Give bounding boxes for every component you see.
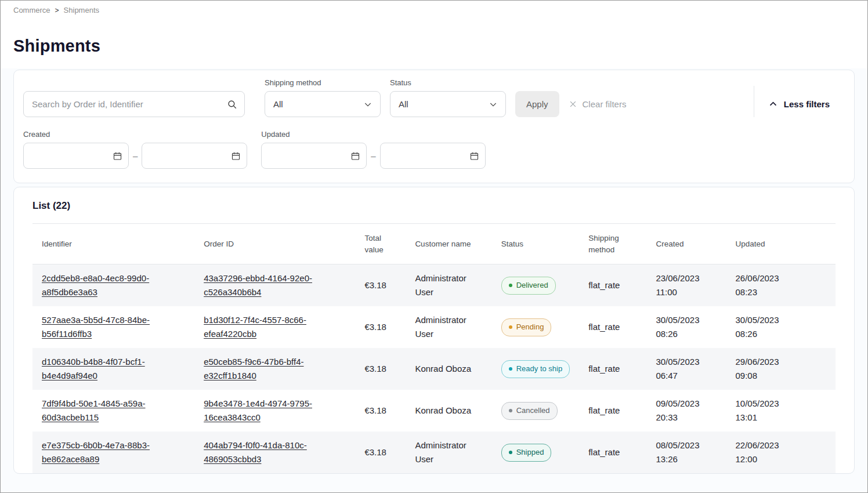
status-badge: Cancelled	[501, 402, 558, 420]
table-row: e7e375cb-6b0b-4e7a-88b3-be862ace8a89 404…	[32, 432, 836, 473]
column-header-shipping-method: Shipping method	[579, 224, 646, 264]
status-dot-icon	[509, 451, 512, 454]
created-date: 23/06/2023 11:00	[646, 264, 726, 307]
calendar-icon[interactable]	[113, 151, 122, 161]
shipping-method-select[interactable]: All	[265, 91, 381, 117]
customer-name: Administrator User	[406, 306, 491, 348]
total-value: €3.18	[355, 390, 406, 432]
chevron-down-icon	[363, 100, 372, 109]
status-dot-icon	[509, 284, 512, 287]
date-range-separator: –	[371, 151, 375, 161]
identifier-link[interactable]: 527aae3a-5b5d-47c8-84be-b56f11d6ffb3	[42, 315, 150, 339]
customer-name: Konrad Oboza	[406, 390, 491, 432]
calendar-icon[interactable]	[231, 151, 241, 161]
shipping-method: flat_rate	[579, 306, 646, 348]
filters-row-primary: Shipping method All Status All	[23, 78, 845, 117]
order-id-link[interactable]: 404ab794-f0f0-41da-810c-4869053cbbd3	[204, 440, 307, 464]
table-row: d106340b-b4b8-4f07-bcf1-b4e4d9af94e0 e50…	[32, 348, 836, 390]
table-header-row: Identifier Order ID Total value Customer…	[32, 224, 836, 264]
status-select[interactable]: All	[390, 91, 506, 117]
order-id-link[interactable]: e50ceb85-f9c6-47b6-bff4-e32cff1b1840	[204, 357, 303, 380]
shipping-method-field: Shipping method All	[265, 78, 381, 117]
created-from-wrap	[23, 143, 129, 169]
customer-name: Administrator User	[406, 264, 491, 307]
identifier-link[interactable]: e7e375cb-6b0b-4e7a-88b3-be862ace8a89	[42, 440, 150, 464]
breadcrumb-item-commerce[interactable]: Commerce	[13, 6, 50, 14]
filters-row-dates: Created –	[23, 130, 845, 169]
total-value: €3.18	[355, 348, 406, 390]
breadcrumb-separator: >	[55, 6, 59, 14]
chevron-down-icon	[489, 100, 498, 109]
status-dot-icon	[509, 409, 512, 412]
identifier-link[interactable]: 7df9f4bd-50e1-4845-a59a-60d3acbeb115	[42, 398, 145, 422]
status-badge: Delivered	[501, 277, 556, 295]
created-date: 08/05/2023 13:26	[646, 432, 726, 473]
shipping-method-label: Shipping method	[265, 78, 381, 87]
created-date-field: Created –	[23, 130, 247, 169]
total-value: €3.18	[355, 432, 406, 473]
shipments-table: Identifier Order ID Total value Customer…	[32, 223, 836, 473]
table-row: 527aae3a-5b5d-47c8-84be-b56f11d6ffb3 b1d…	[32, 306, 836, 348]
shipments-list-panel: List (22) Identifier Order ID Total valu…	[13, 187, 855, 474]
status-badge: Shipped	[501, 444, 552, 462]
order-id-link[interactable]: b1d30f12-7f4c-4557-8c66-efeaf4220cbb	[204, 315, 306, 339]
status-field: Status All	[390, 78, 506, 117]
status-text: Delivered	[516, 280, 548, 292]
status-text: Cancelled	[516, 405, 550, 417]
filters-divider	[754, 86, 754, 117]
clear-filters-label: Clear filters	[583, 99, 627, 109]
breadcrumb: Commerce > Shipments	[1, 1, 867, 14]
created-label: Created	[23, 130, 247, 139]
apply-button[interactable]: Apply	[515, 91, 559, 117]
app-window: Commerce > Shipments Shipments Shipping …	[0, 0, 868, 493]
status-value: All	[399, 99, 408, 109]
shipping-method: flat_rate	[579, 264, 646, 307]
updated-date: 26/06/2023 08:23	[726, 264, 836, 307]
created-date: 30/05/2023 06:47	[646, 348, 726, 390]
column-header-updated: Updated	[726, 224, 836, 264]
shipping-method: flat_rate	[579, 432, 646, 473]
chevron-up-icon	[768, 99, 778, 109]
customer-name: Administrator User	[406, 432, 491, 473]
status-text: Pending	[516, 321, 544, 334]
updated-date-field: Updated –	[261, 130, 485, 169]
list-title: List (22)	[32, 200, 836, 212]
search-input[interactable]	[23, 91, 245, 117]
updated-label: Updated	[261, 130, 485, 139]
column-header-order-id: Order ID	[194, 224, 355, 264]
shipping-method: flat_rate	[579, 390, 646, 432]
date-range-separator: –	[133, 151, 138, 161]
main-content: Shipping method All Status All	[1, 68, 867, 493]
status-badge: Pending	[501, 318, 552, 336]
updated-date: 29/06/2023 09:08	[726, 348, 836, 390]
status-label: Status	[390, 78, 506, 87]
total-value: €3.18	[355, 306, 406, 348]
calendar-icon[interactable]	[350, 151, 360, 161]
identifier-link[interactable]: d106340b-b4b8-4f07-bcf1-b4e4d9af94e0	[42, 357, 145, 380]
order-id-link[interactable]: 43a37296-ebbd-4164-92e0-c526a340b6b4	[204, 273, 312, 297]
table-row: 2cdd5eb8-e8a0-4ec8-99d0-a8f5db6e3a63 43a…	[32, 264, 836, 307]
total-value: €3.18	[355, 264, 406, 307]
column-header-total-value: Total value	[355, 224, 406, 264]
updated-date: 30/05/2023 08:26	[726, 306, 836, 348]
calendar-icon[interactable]	[469, 151, 479, 161]
table-row: 7df9f4bd-50e1-4845-a59a-60d3acbeb115 9b4…	[32, 390, 836, 432]
shipments-table-body: 2cdd5eb8-e8a0-4ec8-99d0-a8f5db6e3a63 43a…	[32, 264, 836, 474]
column-header-identifier: Identifier	[32, 224, 194, 264]
created-date: 09/05/2023 20:33	[646, 390, 726, 432]
identifier-link[interactable]: 2cdd5eb8-e8a0-4ec8-99d0-a8f5db6e3a63	[42, 273, 149, 297]
status-dot-icon	[509, 367, 512, 371]
column-header-created: Created	[646, 224, 726, 264]
updated-date: 10/05/2023 13:01	[726, 390, 836, 432]
created-to-wrap	[142, 143, 247, 169]
order-id-link[interactable]: 9b4e3478-1e4d-4974-9795-16cea3843cc0	[204, 398, 312, 422]
created-date: 30/05/2023 08:26	[646, 306, 726, 348]
status-dot-icon	[509, 325, 512, 329]
column-header-status: Status	[492, 224, 580, 264]
clear-filters-button[interactable]: Clear filters	[569, 91, 627, 117]
updated-from-wrap	[261, 143, 367, 169]
breadcrumb-item-shipments[interactable]: Shipments	[64, 6, 99, 14]
search-icon	[227, 99, 237, 110]
close-icon	[569, 100, 577, 108]
less-filters-button[interactable]: Less filters	[768, 91, 830, 117]
